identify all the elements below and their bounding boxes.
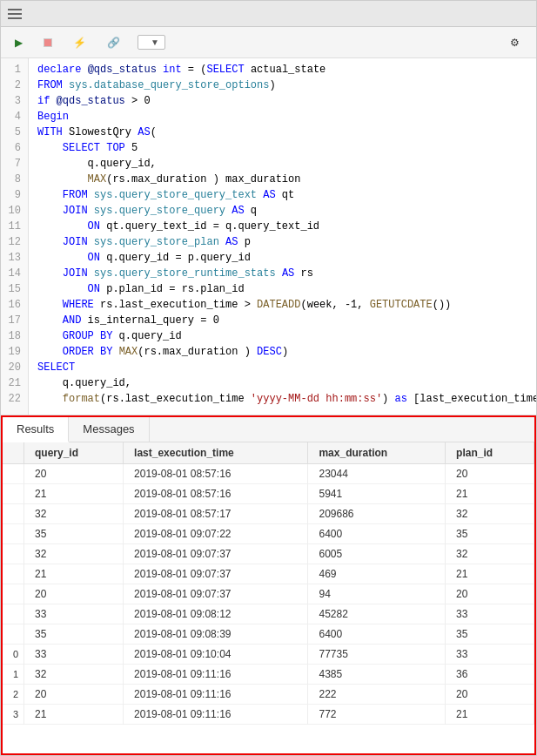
line-number: 12: [8, 234, 21, 250]
row-number: [3, 504, 24, 524]
title-bar: [1, 1, 536, 27]
code-token: AS: [263, 189, 275, 201]
cell-query_id: 20: [24, 584, 124, 604]
table-row[interactable]: 1322019-08-01 09:11:16438536: [3, 665, 534, 685]
cell-max_duration: 6005: [308, 544, 446, 564]
code-token: AS: [232, 205, 244, 217]
code-token: @qds_status: [57, 95, 125, 107]
change-connection-button[interactable]: 🔗: [100, 33, 131, 52]
code-line: ON p.plan_id = rs.plan_id: [37, 281, 527, 297]
code-line: q.query_id,: [37, 156, 527, 172]
cell-plan_id: 21: [446, 484, 534, 504]
code-token: ON: [88, 252, 100, 264]
results-panel: ResultsMessages query_idlast_execution_t…: [1, 415, 536, 755]
code-token: declare: [37, 64, 81, 76]
cell-query_id: 32: [24, 544, 124, 564]
table-row[interactable]: 0332019-08-01 09:10:047773533: [3, 645, 534, 665]
line-number: 11: [8, 219, 21, 234]
code-token: q.query_id,: [37, 377, 131, 389]
code-text[interactable]: declare @qds_status int = (SELECT actual…: [29, 58, 536, 415]
table-row[interactable]: 352019-08-01 09:07:22640035: [3, 524, 534, 544]
code-token: JOIN: [63, 267, 88, 280]
code-line: JOIN sys.query_store_query AS q: [37, 203, 527, 219]
table-row[interactable]: 2202019-08-01 09:11:1622220: [3, 685, 534, 705]
cell-last_execution_time: 2019-08-01 09:07:37: [124, 564, 308, 584]
cell-max_duration: 222: [308, 685, 446, 705]
cell-last_execution_time: 2019-08-01 09:11:16: [124, 685, 308, 705]
code-token: (rs.max_duration ) max_duration: [106, 173, 300, 186]
code-token: JOIN: [63, 236, 88, 248]
table-row[interactable]: 352019-08-01 09:08:39640035: [3, 624, 534, 645]
cancel-button[interactable]: [37, 35, 63, 51]
code-editor[interactable]: 12345678910111213141516171819202122 decl…: [1, 58, 536, 415]
code-token: = (: [182, 64, 207, 76]
disconnect-button[interactable]: ⚡: [66, 33, 97, 52]
code-token: [37, 330, 63, 342]
results-tab-results[interactable]: Results: [3, 417, 69, 442]
table-row[interactable]: 322019-08-01 08:57:1720968632: [3, 504, 534, 524]
code-token: rs.last_execution_time >: [94, 299, 257, 311]
results-tab-messages[interactable]: Messages: [69, 417, 149, 442]
code-token: AS: [282, 267, 294, 280]
code-token: MAX: [119, 346, 138, 358]
code-line: FROM sys.database_query_store_options): [37, 78, 527, 93]
table-row[interactable]: 3212019-08-01 09:11:1677221: [3, 705, 534, 725]
database-selector[interactable]: ▼: [138, 35, 165, 50]
hamburger-icon[interactable]: [8, 9, 22, 19]
code-token: ON: [88, 220, 100, 233]
code-line: AND is_internal_query = 0: [37, 313, 527, 328]
cell-query_id: 20: [24, 685, 124, 705]
code-line: ON q.query_id = p.query_id: [37, 250, 527, 266]
code-token: [88, 236, 94, 248]
row-number: [3, 464, 24, 484]
results-table-wrapper[interactable]: query_idlast_execution_timemax_durationp…: [3, 442, 534, 753]
line-number: 10: [8, 203, 21, 219]
run-button[interactable]: ▶: [8, 33, 33, 52]
cell-query_id: 32: [24, 504, 124, 524]
table-row[interactable]: 202019-08-01 08:57:162304420: [3, 464, 534, 484]
results-table-body: 202019-08-01 08:57:162304420212019-08-01…: [3, 464, 534, 725]
line-number: 7: [8, 156, 21, 172]
cell-last_execution_time: 2019-08-01 08:57:16: [124, 464, 308, 484]
table-row[interactable]: 322019-08-01 09:07:37600532: [3, 544, 534, 564]
table-row[interactable]: 332019-08-01 09:08:124528233: [3, 604, 534, 624]
code-token: [37, 393, 63, 405]
col-max_duration: max_duration: [308, 442, 446, 464]
code-token: Begin: [37, 111, 69, 123]
cell-max_duration: 23044: [308, 464, 446, 484]
row-number: 0: [3, 645, 24, 665]
code-token: [88, 267, 94, 280]
code-token: [81, 64, 87, 76]
cell-max_duration: 94: [308, 584, 446, 604]
code-token: q.query_id: [112, 330, 181, 342]
code-token: [276, 267, 282, 280]
cell-max_duration: 6400: [308, 524, 446, 544]
table-row[interactable]: 212019-08-01 09:07:3746921: [3, 564, 534, 584]
row-number: 1: [3, 665, 24, 685]
table-row[interactable]: 202019-08-01 09:07:379420: [3, 584, 534, 604]
code-token: [219, 236, 225, 248]
cell-query_id: 33: [24, 645, 124, 665]
cell-max_duration: 4385: [308, 665, 446, 685]
cell-plan_id: 33: [446, 604, 534, 624]
cell-last_execution_time: 2019-08-01 09:10:04: [124, 645, 308, 665]
explain-button[interactable]: ⚙: [504, 34, 529, 51]
code-token: ORDER BY: [63, 346, 113, 358]
run-icon: ▶: [15, 37, 23, 49]
row-number: [3, 544, 24, 564]
code-line: JOIN sys.query_store_plan AS p: [37, 234, 527, 250]
code-token: [37, 236, 63, 248]
code-token: [88, 189, 94, 201]
change-connection-icon: 🔗: [107, 37, 120, 49]
code-token: q: [245, 205, 257, 217]
toolbar: ▶ ⚡ 🔗 ▼ ⚙: [1, 27, 536, 58]
table-row[interactable]: 212019-08-01 08:57:16594121: [3, 484, 534, 504]
cell-max_duration: 772: [308, 705, 446, 725]
cell-last_execution_time: 2019-08-01 09:08:12: [124, 604, 308, 624]
line-number: 19: [8, 344, 21, 360]
line-number: 14: [8, 266, 21, 281]
line-number: 5: [8, 125, 21, 140]
cell-last_execution_time: 2019-08-01 09:07:37: [124, 584, 308, 604]
code-token: ()): [433, 299, 452, 311]
code-token: qt.query_text_id = q.query_text_id: [100, 220, 319, 233]
